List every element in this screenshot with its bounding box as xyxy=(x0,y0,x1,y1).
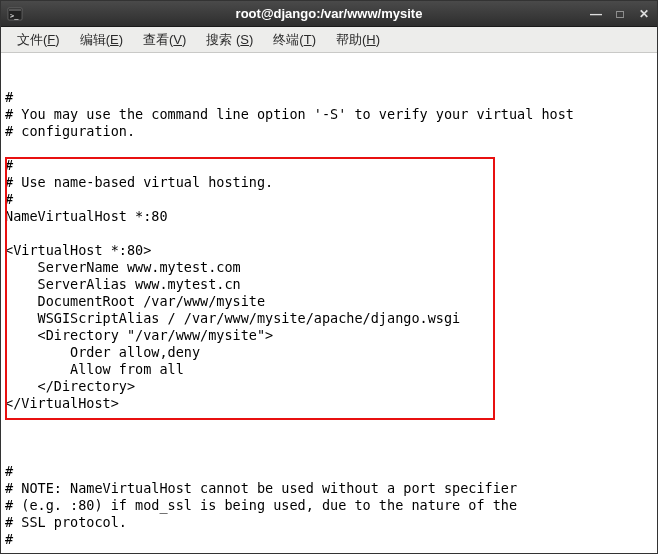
menubar: 文件(F) 编辑(E) 查看(V) 搜索 (S) 终端(T) 帮助(H) xyxy=(1,27,657,53)
menu-search[interactable]: 搜索 (S) xyxy=(196,28,263,52)
svg-text:>_: >_ xyxy=(10,12,19,20)
menu-file[interactable]: 文件(F) xyxy=(7,28,70,52)
menu-help[interactable]: 帮助(H) xyxy=(326,28,390,52)
window-controls: — □ ✕ xyxy=(587,6,653,22)
close-button[interactable]: ✕ xyxy=(635,6,653,22)
menu-terminal[interactable]: 终端(T) xyxy=(263,28,326,52)
terminal-text: # # You may use the command line option … xyxy=(5,89,653,548)
titlebar[interactable]: >_ root@django:/var/www/mysite — □ ✕ xyxy=(1,1,657,27)
window-title: root@django:/var/www/mysite xyxy=(236,6,423,21)
svg-rect-1 xyxy=(9,9,21,11)
menu-edit[interactable]: 编辑(E) xyxy=(70,28,133,52)
maximize-button[interactable]: □ xyxy=(611,6,629,22)
terminal-content[interactable]: # # You may use the command line option … xyxy=(1,53,657,553)
terminal-window: >_ root@django:/var/www/mysite — □ ✕ 文件(… xyxy=(0,0,658,554)
minimize-button[interactable]: — xyxy=(587,6,605,22)
terminal-icon: >_ xyxy=(7,6,23,22)
menu-view[interactable]: 查看(V) xyxy=(133,28,196,52)
